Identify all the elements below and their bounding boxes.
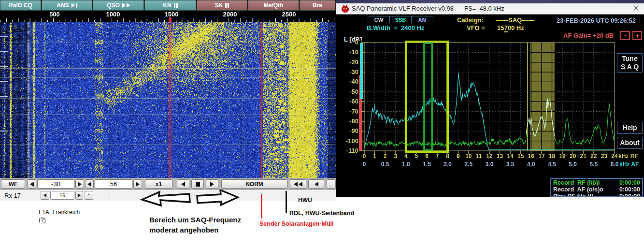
rf-tick-label: 23 [601, 153, 607, 160]
scroll-right-button[interactable] [206, 179, 218, 189]
af-tick-label: 1.0 [402, 161, 410, 168]
help-button[interactable]: Help [617, 122, 643, 134]
macro-button-ans[interactable]: ANS [42, 0, 92, 11]
rf-tick-label: 19 [559, 153, 565, 160]
rf-tick-label: 22 [590, 153, 597, 160]
rf-tick-label: 15 [517, 153, 524, 160]
rf-tick-label: 1 [373, 153, 376, 160]
datetime-display: 23-FEB-2026 UTC 09:26:52 [557, 17, 636, 24]
rf-tick-label: 6 [425, 153, 429, 160]
macro-button-label: RsID CQ [9, 2, 32, 9]
macro-button-sk[interactable]: SK [197, 0, 247, 11]
right-arrow-icon [78, 182, 82, 187]
macro-button-label: SK [215, 2, 223, 9]
rf-tick-label: 11 [476, 153, 482, 160]
annotation-bereich-line1: Bereich um SAQ-Frequenz [149, 215, 241, 225]
rf-tick-label: 5 [415, 153, 418, 160]
right-arrow-icon [78, 193, 81, 197]
mode-button-am[interactable]: AM [412, 16, 433, 23]
saq-titlebar[interactable]: SAQ Panoramic VLF Receiver v0.98FS= 48.0… [336, 3, 644, 15]
macro-button-me-qth[interactable]: Me/Qth [248, 0, 299, 11]
af-gain-decrease-button[interactable]: − [620, 31, 630, 40]
record-row-label: Record AF (o/s)o [553, 186, 603, 193]
vfo-value[interactable]: 15700 Hz [497, 24, 524, 31]
mode-button-cw[interactable]: CW [368, 16, 390, 23]
macro-button-qso[interactable]: QSO [93, 0, 144, 11]
macro-button-bra[interactable]: Bra [300, 0, 335, 11]
tune-saq-button[interactable]: Tune S A Q [617, 53, 643, 73]
callsign-value: ——SAQ—— [496, 16, 534, 24]
pause-icon [174, 3, 178, 8]
record-panel[interactable]: Record RF (i/b)i0:00:00Record AF (o/s)o0… [550, 178, 643, 197]
db-tick-label: -10 [339, 48, 358, 56]
about-button[interactable]: About [617, 137, 643, 149]
vfo-label: VFO = [467, 24, 485, 31]
db-tick-label: -50 [339, 88, 358, 95]
db-tick-label: 0 [339, 39, 358, 46]
signal-range-low-field[interactable]: -30 [37, 179, 74, 189]
frequency-ruler[interactable] [0, 11, 336, 22]
rf-tick-label: 14 [507, 153, 513, 160]
norm-button[interactable]: NORM [221, 179, 287, 189]
pause-icon [225, 3, 229, 8]
tune-saq-line2: S A Q [621, 63, 639, 71]
rx-store-button[interactable]: * [85, 191, 93, 200]
close-icon[interactable]: ✕ [633, 4, 639, 12]
af-gain-increase-button[interactable]: + [632, 31, 642, 40]
rf-tick-label: 20 [570, 153, 576, 160]
range-down-button[interactable] [85, 179, 94, 189]
annotation-sender: Sender Solaranlagen-Müll [259, 220, 334, 227]
rf-tick-label: 17 [538, 153, 544, 160]
macro-button-label: Bra [313, 2, 322, 9]
af-tick-label: 0.5 [381, 161, 389, 168]
stop-icon [196, 182, 200, 187]
rf-tick-label: 18 [549, 153, 555, 160]
range-up-button[interactable] [133, 179, 142, 189]
app-icon [341, 5, 349, 13]
af-tick-label: 3.5 [506, 161, 515, 168]
spectrum-plot[interactable] [356, 41, 616, 155]
rf-tick-label: 7 [436, 153, 439, 160]
slow-left-button[interactable] [308, 179, 324, 189]
annotation-arrows [135, 190, 246, 209]
af-tick-label: 1.5 [423, 161, 431, 168]
af-tick-label: 2.0 [444, 161, 452, 168]
record-row-time: 0:00:00 [619, 193, 640, 197]
signal-range-field[interactable]: 56 [95, 179, 132, 189]
record-row: Record AF (o/s)o0:00:00 [553, 186, 640, 193]
fast-forward-icon [122, 3, 130, 8]
center-button[interactable] [191, 179, 204, 189]
rf-tick-label: 2 [384, 153, 387, 160]
saq-receiver-window: SAQ Panoramic VLF Receiver v0.98FS= 48.0… [336, 0, 644, 197]
mode-button-ssb[interactable]: SSB [390, 16, 412, 23]
af-tick-label: 3.0 [486, 161, 494, 168]
record-row-label: Play RF file (f) [553, 193, 593, 197]
rf-tick-label: 8 [446, 153, 449, 160]
tune-saq-line1: Tune [622, 55, 637, 63]
shift-left-button[interactable] [28, 179, 36, 189]
scroll-left-button[interactable] [177, 179, 189, 189]
af-tick-label: 0 [363, 161, 366, 168]
rf-tick-label: 3 [394, 153, 397, 160]
fast-left-button[interactable] [290, 179, 306, 189]
rx-increment-button[interactable] [75, 191, 83, 200]
shift-right-button[interactable] [75, 179, 84, 189]
record-row: Record RF (i/b)i0:00:00 [553, 179, 640, 186]
waterfall-display[interactable] [0, 22, 336, 178]
rf-tick-label: 10 [465, 153, 472, 160]
partial-button[interactable] [327, 179, 336, 189]
rx-value-field[interactable]: 16 [50, 191, 74, 200]
wf-button[interactable]: WF [1, 179, 25, 189]
db-tick-label: -70 [339, 108, 358, 115]
macro-button-kn[interactable]: KN [144, 0, 196, 11]
macro-button-label: Me/Qth [264, 2, 284, 9]
skip-end-icon [72, 3, 77, 8]
annotation-bereich-line2: moderat angehoben [149, 225, 241, 235]
rx-decrement-button[interactable] [41, 191, 49, 200]
macro-button-rsid-cq[interactable]: RsID CQ [0, 0, 41, 11]
zoom-x1-button[interactable]: x1 [145, 179, 172, 189]
left-arrow-icon [87, 182, 91, 187]
macro-button-label: QSO [107, 2, 120, 9]
annotation-hwu: HWU [298, 197, 312, 204]
left-arrow-icon [181, 182, 185, 187]
